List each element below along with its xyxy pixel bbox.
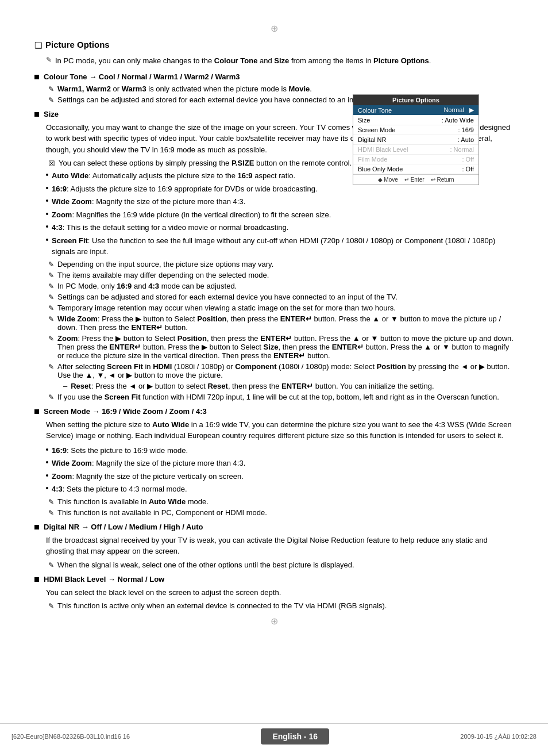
pencil-icon-image-retention: ✎ (48, 304, 54, 312)
options-box-row-colour-tone: Colour Tone Normal ▶ (353, 105, 478, 116)
note-text-zoom-position: Zoom: Press the ▶ button to Select Posit… (57, 334, 514, 360)
square-bullet-digital-nr (34, 525, 39, 529)
pencil-icon-settings-stored: ✎ (48, 96, 54, 104)
row-value-screen-mode: : 16/9 (458, 126, 474, 133)
subsection-digital-nr: Digital NR → Off / Low / Medium / High /… (34, 523, 514, 569)
bullet-text-sm-4-3: 4:3: Sets the picture to 4:3 normal mode… (52, 483, 187, 495)
bullet-dot-zoom (46, 213, 48, 215)
note-text-settings-external: Settings can be adjusted and stored for … (57, 293, 398, 301)
pencil-icon-warm-movie: ✎ (48, 85, 54, 93)
note-settings-external: ✎ Settings can be adjusted and stored fo… (46, 293, 514, 301)
row-value-size: : Auto Wide (442, 117, 474, 124)
page-title: Picture Options (45, 40, 110, 49)
bullet-text-16-9: 16:9: Adjusts the picture size to 16:9 a… (52, 183, 317, 195)
sub-content-hdmi-black: You can select the black level on the sc… (34, 587, 514, 611)
bullet-sm-4-3: 4:3: Sets the picture to 4:3 normal mode… (46, 483, 514, 495)
note-text-pc-mode-only: In PC Mode, only 16:9 and 4:3 mode can b… (57, 282, 237, 290)
note-image-retention: ✎ Temporary image retention may occur wh… (46, 304, 514, 312)
note-text-signal-weak: When the signal is weak, select one of t… (57, 561, 354, 569)
row-label-blue-only: Blue Only Mode (358, 166, 403, 172)
screen-mode-intro: When setting the picture size to Auto Wi… (46, 419, 514, 442)
pencil-icon-signal-weak: ✎ (48, 561, 54, 569)
note-screen-fit-720p: ✎ If you use the Screen Fit function wit… (46, 393, 514, 401)
row-value-digital-nr: : Auto (458, 136, 474, 143)
digital-nr-intro: If the broadcast signal received by your… (46, 535, 514, 557)
bullet-text-sm-zoom: Zoom: Magnify the size of the picture ve… (52, 471, 244, 482)
note-warm-movie: ✎ Warm1, Warm2 or Warm3 is only activate… (46, 85, 514, 93)
pencil-icon-items-available: ✎ (48, 271, 54, 279)
row-value-colour-tone: Normal ▶ (443, 106, 474, 114)
square-bullet-size (34, 112, 39, 117)
page-footer: [620-Eeuro]BN68-02326B-03L10.ind16 16 En… (0, 723, 548, 745)
bullet-dot-auto-wide (46, 174, 48, 176)
note-text-warm-movie: Warm1, Warm2 or Warm3 is only activated … (57, 85, 312, 93)
bullet-text-screen-fit: Screen Fit: Use the function to see the … (52, 235, 514, 258)
note-text-psize: You can select these options by simply p… (59, 159, 352, 167)
footer-right-text: 2009-10-15 ¿ÀÀü 10:02:28 (460, 733, 537, 740)
pencil-icon-input-source: ✎ (48, 260, 54, 268)
options-box-row-hdmi-black: HDMI Black Level : Normal (353, 145, 478, 155)
options-box-row-screen-mode: Screen Mode : 16/9 (353, 125, 478, 135)
pencil-icon-pc-mode-only: ✎ (48, 282, 54, 290)
sub-content-digital-nr: If the broadcast signal received by your… (34, 535, 514, 569)
note-signal-weak: ✎ When the signal is weak, select one of… (46, 561, 514, 569)
sub-heading-text-colour-tone: Colour Tone → Cool / Normal / Warm1 / Wa… (44, 72, 240, 81)
note-reset-dash: – Reset: Press the ◄ or ▶ button to sele… (63, 382, 514, 390)
bullet-dot-sm-16-9 (46, 448, 48, 451)
note-input-source: ✎ Depending on the input source, the pic… (46, 260, 514, 268)
note-auto-wide-available: ✎ This function is available in Auto Wid… (46, 497, 514, 506)
bullet-sm-zoom: Zoom: Magnify the size of the picture ve… (46, 471, 514, 482)
bullet-4-3: 4:3: This is the default setting for a v… (46, 222, 514, 233)
row-value-film-mode: : Off (462, 156, 474, 163)
footer-left-text: [620-Eeuro]BN68-02326B-03L10.ind16 16 (11, 733, 130, 740)
options-box-row-blue-only: Blue Only Mode : Off (353, 164, 478, 174)
note-pc-mode-only: ✎ In PC Mode, only 16:9 and 4:3 mode can… (46, 282, 514, 290)
row-label-colour-tone: Colour Tone (358, 107, 392, 114)
row-label-screen-mode: Screen Mode (358, 126, 395, 133)
dash-text-reset: Reset: Press the ◄ or ▶ button to select… (71, 382, 434, 390)
pencil-icon-wide-zoom-position: ✎ (48, 315, 54, 323)
pencil-icon-hdmi-rgb: ✎ (48, 602, 54, 610)
pencil-icon-settings-external: ✎ (48, 293, 54, 301)
square-bullet-hdmi-black (34, 577, 39, 582)
row-label-size: Size (358, 117, 370, 124)
sub-heading-hdmi-black-level: HDMI Black Level → Normal / Low (34, 575, 514, 584)
options-box: Picture Options Colour Tone Normal ▶ Siz… (353, 94, 479, 185)
bullet-screen-fit: Screen Fit: Use the function to see the … (46, 235, 514, 258)
title-checkbox-icon: ❑ (34, 40, 42, 51)
screen-mode-bullet-list: 16:9: Sets the picture to 16:9 wide mode… (46, 445, 514, 495)
row-label-film-mode: Film Mode (358, 156, 387, 163)
sub-heading-colour-tone: Colour Tone → Cool / Normal / Warm1 / Wa… (34, 72, 514, 81)
bullet-text-sm-16-9: 16:9: Sets the picture to 16:9 wide mode… (52, 445, 188, 456)
sub-heading-text-digital-nr: Digital NR → Off / Low / Medium / High /… (44, 523, 203, 531)
footer-center-text: English - 16 (261, 728, 329, 745)
dash-symbol: – (63, 382, 67, 390)
sub-heading-text-size: Size (44, 110, 59, 118)
note-text-screen-fit-hdmi: After selecting Screen Fit in HDMI (1080… (57, 362, 514, 379)
bullet-sm-16-9: 16:9: Sets the picture to 16:9 wide mode… (46, 445, 514, 456)
note-not-pc-hdmi: ✎ This function is not available in PC, … (46, 508, 514, 517)
main-title-row: ❑ Picture Options (34, 40, 514, 51)
note-pc-mode: ✎ In PC mode, you can only make changes … (34, 55, 514, 67)
options-box-footer: ◆ Move ↵ Enter ↩ Return (353, 174, 478, 185)
row-value-blue-only: : Off (462, 166, 474, 172)
pencil-icon-auto-wide: ✎ (48, 498, 54, 506)
bullet-text-auto-wide: Auto Wide: Automatically adjusts the pic… (52, 170, 295, 182)
options-box-row-film-mode: Film Mode : Off (353, 155, 478, 164)
bullet-sm-wide-zoom: Wide Zoom: Magnify the size of the pictu… (46, 458, 514, 469)
note-text-hdmi-rgb: This function is active only when an ext… (57, 601, 387, 610)
x-icon-psize: ☒ (48, 159, 55, 168)
row-value-hdmi-black: : Normal (450, 146, 474, 153)
options-box-title: Picture Options (353, 95, 478, 105)
pencil-icon-zoom-position: ✎ (48, 335, 54, 343)
note-zoom-position: ✎ Zoom: Press the ▶ button to Select Pos… (46, 334, 514, 360)
pencil-icon-pc-mode: ✎ (46, 56, 52, 64)
row-label-hdmi-black: HDMI Black Level (358, 146, 408, 153)
bullet-text-sm-wide-zoom: Wide Zoom: Magnify the size of the pictu… (52, 458, 245, 469)
subsection-hdmi-black-level: HDMI Black Level → Normal / Low You can … (34, 575, 514, 611)
content-area: Picture Options Colour Tone Normal ▶ Siz… (34, 40, 514, 610)
bullet-text-wide-zoom: Wide Zoom: Magnify the size of the pictu… (52, 196, 245, 208)
note-screen-fit-hdmi: ✎ After selecting Screen Fit in HDMI (10… (46, 362, 514, 379)
note-text-input-source: Depending on the input source, the pictu… (57, 260, 273, 268)
sub-heading-text-hdmi-black: HDMI Black Level → Normal / Low (44, 575, 164, 584)
